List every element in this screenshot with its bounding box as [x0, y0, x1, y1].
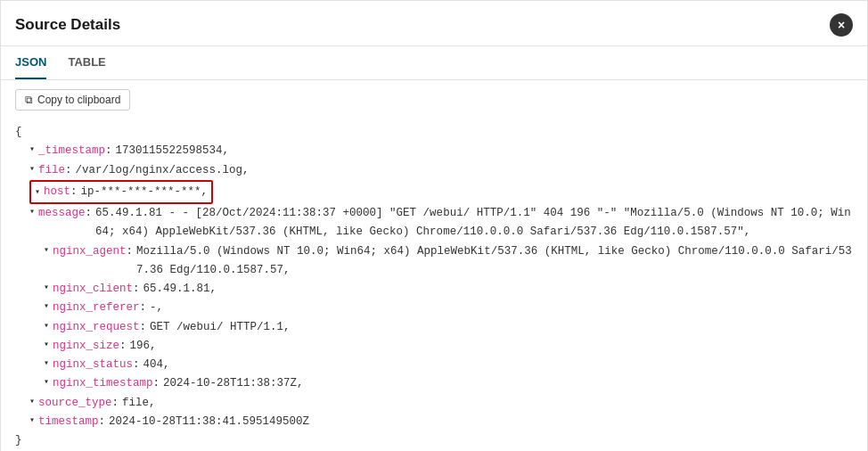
expand-arrow-nginx-timestamp: ▾: [44, 374, 49, 390]
value-nginx-status: 404,: [143, 356, 170, 374]
modal-title: Source Details: [15, 16, 120, 34]
modal-header: Source Details ×: [1, 1, 867, 46]
key-nginx-referer: nginx_referer: [53, 299, 140, 317]
field-nginx-status: ▾ nginx_status: 404,: [15, 356, 853, 374]
value-source-type: file,: [122, 394, 156, 413]
expand-arrow-nginx-agent: ▾: [44, 242, 49, 258]
tab-bar: JSON TABLE: [1, 46, 867, 80]
expand-arrow-nginx-referer: ▾: [44, 299, 49, 314]
open-brace: {: [15, 123, 22, 142]
field-nginx-request: ▾ nginx_request: GET /webui/ HTTP/1.1,: [15, 318, 853, 337]
copy-icon: ⧉: [25, 94, 33, 106]
close-brace-line: }: [15, 431, 853, 450]
host-highlighted-row: ▾ host: ip-***-***-***-***,: [29, 180, 213, 204]
key-message: message: [38, 204, 86, 223]
value-nginx-client: 65.49.1.81,: [143, 280, 217, 299]
field-host: ▾ host: ip-***-***-***-***,: [15, 180, 853, 204]
source-details-modal: Source Details × JSON TABLE ⧉ Copy to cl…: [0, 0, 868, 451]
key-nginx-agent: nginx_agent: [53, 242, 127, 261]
copy-label: Copy to clipboard: [37, 94, 120, 106]
tab-table[interactable]: TABLE: [68, 46, 105, 79]
key-event-timestamp: timestamp: [38, 413, 99, 431]
value-timestamp: 1730115522598534,: [116, 142, 230, 160]
open-brace-line: {: [15, 123, 853, 142]
expand-arrow-nginx-size: ▾: [44, 337, 49, 352]
value-nginx-request: GET /webui/ HTTP/1.1,: [150, 318, 291, 337]
key-file: file: [38, 161, 65, 180]
expand-arrow-nginx-request: ▾: [44, 318, 49, 333]
expand-arrow-host: ▾: [35, 184, 40, 200]
expand-arrow-source-type: ▾: [29, 394, 35, 409]
field-nginx-referer: ▾ nginx_referer: -,: [15, 299, 853, 317]
expand-arrow-message: ▾: [29, 204, 35, 219]
expand-arrow-nginx-client: ▾: [44, 280, 49, 295]
json-toolbar: ⧉ Copy to clipboard: [1, 80, 867, 119]
key-nginx-request: nginx_request: [53, 318, 140, 337]
key-source-type: source_type: [38, 394, 112, 413]
field-event-timestamp: ▾ timestamp: 2024-10-28T11:38:41.5951495…: [15, 413, 853, 431]
key-nginx-size: nginx_size: [53, 337, 119, 356]
copy-to-clipboard-button[interactable]: ⧉ Copy to clipboard: [15, 89, 130, 111]
field-timestamp: ▾ _timestamp: 1730115522598534,: [15, 142, 853, 160]
key-nginx-status: nginx_status: [53, 356, 133, 374]
field-nginx-size: ▾ nginx_size: 196,: [15, 337, 853, 356]
expand-arrow-nginx-status: ▾: [44, 356, 49, 371]
field-nginx-timestamp: ▾ nginx_timestamp: 2024-10-28T11:38:37Z,: [15, 374, 853, 393]
value-event-timestamp: 2024-10-28T11:38:41.595149500Z: [109, 413, 309, 431]
value-nginx-referer: -,: [150, 299, 163, 317]
field-nginx-agent: ▾ nginx_agent: Mozilla/5.0 (Windows NT 1…: [15, 242, 853, 281]
value-host: ip-***-***-***-***,: [81, 183, 209, 201]
expand-arrow-event-timestamp: ▾: [29, 413, 35, 428]
value-message: 65.49.1.81 - - [28/Oct/2024:11:38:37 +00…: [95, 204, 853, 242]
key-timestamp: _timestamp: [38, 142, 105, 160]
close-button[interactable]: ×: [830, 13, 853, 37]
field-file: ▾ file: /var/log/nginx/access.log,: [15, 161, 853, 180]
key-nginx-client: nginx_client: [53, 280, 133, 299]
json-content: { ▾ _timestamp: 1730115522598534, ▾ file…: [1, 119, 867, 451]
expand-arrow-timestamp: ▾: [29, 142, 35, 157]
value-nginx-agent: Mozilla/5.0 (Windows NT 10.0; Win64; x64…: [136, 242, 853, 281]
close-brace: }: [15, 431, 22, 450]
value-nginx-timestamp: 2024-10-28T11:38:37Z,: [163, 374, 304, 393]
field-message: ▾ message: 65.49.1.81 - - [28/Oct/2024:1…: [15, 204, 853, 242]
value-file: /var/log/nginx/access.log,: [76, 161, 250, 180]
expand-arrow-file: ▾: [29, 161, 35, 176]
key-nginx-timestamp: nginx_timestamp: [53, 374, 153, 393]
field-nginx-client: ▾ nginx_client: 65.49.1.81,: [15, 280, 853, 299]
tab-json[interactable]: JSON: [15, 46, 46, 79]
field-source-type: ▾ source_type: file,: [15, 394, 853, 413]
value-nginx-size: 196,: [130, 337, 157, 356]
key-host: host: [44, 183, 70, 201]
